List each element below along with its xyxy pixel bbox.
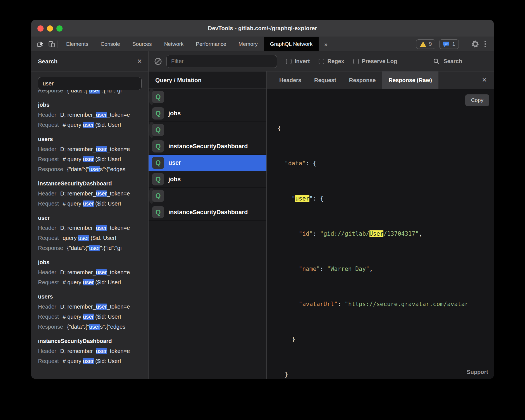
code-line: "id": "gid://gitlab/User/13704317", (278, 228, 494, 240)
tab-graphql-network[interactable]: GraphQL Network (264, 37, 319, 51)
warning-icon (420, 41, 426, 47)
tab-console[interactable]: Console (94, 37, 126, 51)
search-result-section: users HeaderD; remember_user_token=e Req… (38, 293, 148, 332)
copy-button[interactable]: Copy (465, 94, 489, 106)
search-result-line[interactable]: HeaderD; remember_user_token=e (38, 188, 148, 199)
query-mutation-panel: Query / Mutation Q user Q jobs Q users (149, 71, 267, 379)
query-type-badge: Q (152, 173, 164, 185)
search-result-section: user HeaderD; remember_user_token=e Requ… (38, 215, 148, 253)
search-result-line[interactable]: HeaderD; remember_user_token=e (38, 223, 148, 233)
search-result-line[interactable]: Response{"data":{"user":{"id":"gi (38, 243, 148, 253)
result-section-heading: jobs (38, 259, 148, 266)
tab-memory[interactable]: Memory (232, 37, 264, 51)
devtools-window: DevTools - gitlab.com/-/graphql-explorer… (31, 20, 494, 379)
device-toolbar-icon[interactable] (48, 40, 55, 48)
search-result-line[interactable]: Request# query user ($id: UserI (38, 312, 148, 322)
search-result-line[interactable]: Request# query user ($id: UserI (38, 120, 148, 130)
search-result-line[interactable]: Request# query user ($id: UserI (38, 277, 148, 287)
search-panel-title: Search (38, 58, 58, 65)
warnings-badge[interactable]: 9 (416, 39, 436, 49)
search-result-line[interactable]: HeaderD; remember_user_token=e (38, 110, 148, 120)
search-results[interactable]: Response{"data":{"user":{"id":"gi jobs H… (31, 85, 148, 379)
inspect-element-icon[interactable] (37, 40, 44, 48)
result-section-heading: instanceSecurityDashboard (38, 338, 148, 344)
query-type-badge: Q (152, 190, 164, 202)
search-icon (433, 58, 440, 65)
query-list-item-selected[interactable]: Q user (149, 155, 266, 171)
query-list-item[interactable]: Q jobs (149, 105, 266, 122)
window-title: DevTools - gitlab.com/-/graphql-explorer (208, 25, 317, 32)
search-result-section: jobs HeaderD; remember_user_token=e Requ… (38, 102, 148, 130)
query-type-badge: Q (152, 124, 164, 136)
close-window-button[interactable] (37, 25, 44, 32)
search-result-section: instanceSecurityDashboard HeaderD; remem… (38, 338, 148, 366)
support-link[interactable]: Support (467, 369, 488, 375)
search-result-line[interactable]: HeaderD; remember_user_token=e (38, 346, 148, 356)
toolbar-search-button[interactable]: Search (433, 58, 462, 65)
query-list-item[interactable]: Q users (149, 122, 155, 138)
toolbar-separator (58, 40, 58, 48)
search-result-line[interactable]: Request# query user ($id: UserI (38, 154, 148, 164)
close-search-panel-icon[interactable]: ✕ (137, 58, 142, 65)
query-list-item[interactable]: Q instanceSecurityDashboard (149, 204, 266, 221)
result-section-heading: instanceSecurityDashboard (38, 180, 148, 187)
minimize-window-button[interactable] (47, 25, 53, 32)
search-input[interactable] (38, 77, 142, 90)
query-list-item[interactable]: Q instanceSecurityDashboard (149, 138, 266, 155)
request-detail-panel: Headers Request Response Response (Raw) … (267, 71, 494, 379)
code-line: "user": { (278, 193, 494, 204)
toolbar-separator (465, 40, 465, 48)
more-tabs-icon[interactable]: » (319, 37, 333, 51)
query-list-item[interactable]: Q user (149, 89, 155, 105)
title-bar: DevTools - gitlab.com/-/graphql-explorer (31, 20, 494, 37)
zoom-window-button[interactable] (56, 25, 63, 32)
tab-elements[interactable]: Elements (60, 37, 94, 51)
close-detail-panel-icon[interactable]: ✕ (482, 71, 494, 89)
query-type-badge: Q (152, 91, 164, 103)
issues-badge[interactable]: 1 (439, 39, 459, 49)
search-result-line[interactable]: HeaderD; remember_user_token=e (38, 267, 148, 277)
search-result-section: users HeaderD; remember_user_token=e Req… (38, 136, 148, 174)
more-options-kebab-icon[interactable] (483, 40, 488, 48)
query-mutation-header: Query / Mutation (149, 71, 266, 89)
network-filter-bar: Invert Regex Preserve Log (149, 51, 494, 71)
tab-network[interactable]: Network (158, 37, 190, 51)
tab-headers[interactable]: Headers (273, 71, 308, 89)
tab-sources[interactable]: Sources (126, 37, 158, 51)
traffic-lights (37, 20, 63, 37)
checkbox-box[interactable] (353, 59, 359, 64)
code-line: "data": { (278, 157, 494, 169)
query-type-badge: Q (152, 206, 164, 218)
query-list-item[interactable]: Q jobs (149, 171, 266, 188)
search-result-line[interactable]: Request# query user ($id: UserI (38, 356, 148, 366)
search-result-line[interactable]: Response{"data":{"users":{"edges (38, 322, 148, 332)
preserve-log-checkbox[interactable]: Preserve Log (353, 58, 397, 65)
filter-input[interactable] (166, 55, 277, 68)
clear-requests-icon[interactable] (154, 58, 162, 65)
query-type-badge: Q (152, 157, 164, 169)
settings-gear-icon[interactable] (471, 40, 479, 48)
search-result-line[interactable]: HeaderD; remember_user_token=e (38, 302, 148, 312)
code-line: } (278, 369, 494, 379)
detail-tab-bar: Headers Request Response Response (Raw) … (267, 71, 494, 89)
code-line: { (278, 122, 494, 134)
invert-checkbox[interactable]: Invert (286, 58, 310, 65)
tab-performance[interactable]: Performance (190, 37, 232, 51)
tab-response[interactable]: Response (343, 71, 382, 89)
query-list-item[interactable]: Q users (149, 188, 155, 204)
json-response-code[interactable]: { "data": { "user": { "id": "gid://gitla… (267, 89, 494, 379)
tab-response-raw[interactable]: Response (Raw) (382, 71, 438, 89)
search-result-line[interactable]: HeaderD; remember_user_token=e (38, 144, 148, 154)
devtools-toolbar: Elements Console Sources Network Perform… (31, 37, 494, 51)
code-line: "name": "Warren Day", (278, 263, 494, 275)
search-result-section: instanceSecurityDashboard HeaderD; remem… (38, 180, 148, 209)
search-result-line[interactable]: Requestquery user ($id: UserI (38, 233, 148, 243)
checkbox-box[interactable] (286, 59, 292, 64)
regex-checkbox[interactable]: Regex (319, 58, 344, 65)
checkbox-box[interactable] (319, 59, 324, 64)
warning-count: 9 (429, 41, 432, 47)
tab-request[interactable]: Request (308, 71, 343, 89)
search-result-line[interactable]: Request# query user ($id: UserI (38, 199, 148, 209)
search-result-line[interactable]: Response{"data":{"users":{"edges (38, 164, 148, 174)
message-icon (443, 41, 450, 47)
